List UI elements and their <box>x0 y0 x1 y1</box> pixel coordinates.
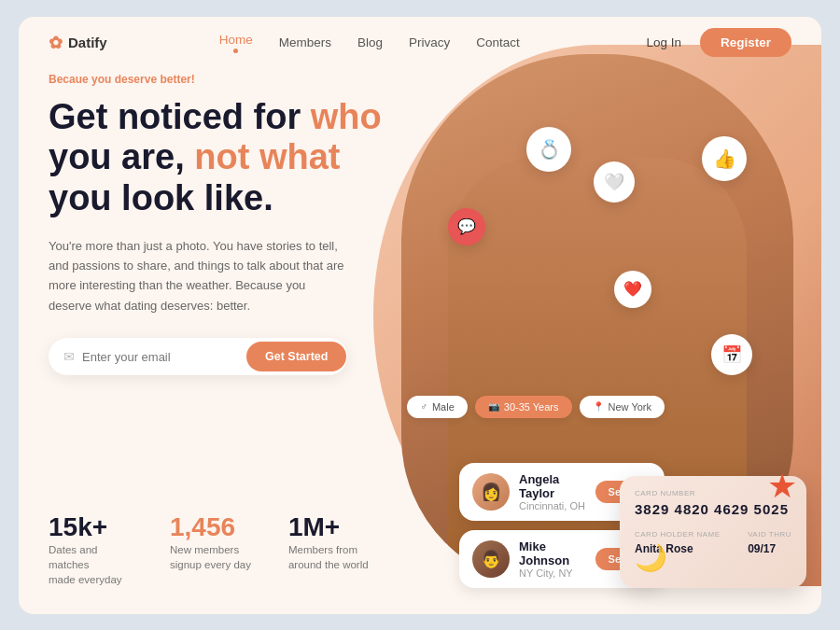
card-valid-label: VAID THRU <box>748 530 791 539</box>
email-input[interactable] <box>82 350 239 364</box>
member-info-1: Mike Johnson NY City, NY <box>519 539 586 579</box>
member-name-0: Angela Taylor <box>519 472 586 500</box>
card-valid-section: VAID THRU 09/17 <box>748 530 791 555</box>
gender-icon: ♂ <box>420 401 427 412</box>
heart-small-icon: ❤️ <box>614 271 651 308</box>
stat-dates: 15k+ Dates and matchesmade everyday <box>49 512 133 587</box>
logo[interactable]: ✿ Datify <box>49 33 107 53</box>
stat-members: 1,456 New memberssignup every day <box>170 512 251 587</box>
stat-worldwide-number: 1M+ <box>288 512 369 542</box>
nav-right: Log In Register <box>646 28 791 57</box>
stat-dates-label: Dates and matchesmade everyday <box>49 542 133 587</box>
headline-highlight1: who <box>311 97 382 136</box>
filter-location[interactable]: 📍 New York <box>580 396 665 418</box>
logo-icon: ✿ <box>49 33 63 53</box>
register-button[interactable]: Register <box>700 28 791 57</box>
heart-outline-icon: 🤍 <box>594 161 635 203</box>
chat-icon: 💬 <box>448 208 485 245</box>
member-name-1: Mike Johnson <box>519 539 586 567</box>
age-icon: 📷 <box>488 401 499 412</box>
nav-contact[interactable]: Contact <box>476 35 520 49</box>
stat-worldwide: 1M+ Members fromaround the world <box>288 512 369 587</box>
headline-line1: Get noticed for who <box>49 97 382 136</box>
ring-icon: 💍 <box>526 127 571 172</box>
stat-worldwide-label: Members fromaround the world <box>288 542 369 572</box>
credit-card: ★ 🌙 CARD NUMBER 3829 4820 4629 5025 CARD… <box>620 476 806 588</box>
tagline: Becaue you deserve better! <box>49 73 422 86</box>
member-location-0: Cincinnati, OH <box>519 500 586 511</box>
thumbup-icon: 👍 <box>702 136 747 181</box>
headline-highlight2: not what <box>194 137 340 176</box>
stat-members-number: 1,456 <box>170 512 251 542</box>
stat-members-label: New memberssignup every day <box>170 542 251 572</box>
member-avatar-0: 👩 <box>472 473 510 511</box>
stats-bar: 15k+ Dates and matchesmade everyday 1,45… <box>49 512 369 587</box>
filter-bar: ♂ Male 📷 30-35 Years 📍 New York <box>407 396 665 418</box>
filter-age[interactable]: 📷 30-35 Years <box>475 396 572 418</box>
brand-name: Datify <box>68 35 107 50</box>
email-icon: ✉ <box>63 349 75 364</box>
filter-gender[interactable]: ♂ Male <box>407 396 467 418</box>
hero-subtext: You're more than just a photo. You have … <box>49 236 347 316</box>
filter-age-label: 30-35 Years <box>504 401 559 413</box>
member-location-1: NY City, NY <box>519 567 586 579</box>
member-info-0: Angela Taylor Cincinnati, OH <box>519 472 586 511</box>
card-valid-thru: 09/17 <box>748 542 791 555</box>
get-started-button[interactable]: Get Started <box>246 342 346 371</box>
filter-gender-label: Male <box>432 401 455 413</box>
member-avatar-1: 👨 <box>472 540 510 578</box>
login-button[interactable]: Log In <box>646 35 681 49</box>
headline: Get noticed for who you are, not what yo… <box>49 97 422 219</box>
hero-content: Becaue you deserve better! Get noticed f… <box>49 73 422 376</box>
email-form: ✉ Get Started <box>49 338 347 375</box>
stat-dates-number: 15k+ <box>49 512 133 542</box>
calendar-icon: 📅 <box>711 334 752 375</box>
filter-location-label: New York <box>609 401 651 413</box>
card-star-icon: ★ <box>767 467 797 506</box>
headline-line2: you are, not what <box>49 137 341 176</box>
nav-blog[interactable]: Blog <box>357 35 383 49</box>
nav-privacy[interactable]: Privacy <box>409 35 450 49</box>
card-holder-label: CARD HOLDER NAME <box>635 530 721 539</box>
nav-home[interactable]: Home <box>219 33 253 53</box>
navbar: ✿ Datify Home Members Blog Privacy Conta… <box>19 17 821 69</box>
nav-links: Home Members Blog Privacy Contact <box>219 33 520 53</box>
card-moon-icon: 🌙 <box>635 542 667 573</box>
nav-members[interactable]: Members <box>279 35 331 49</box>
headline-line3: you look like. <box>49 178 273 217</box>
location-icon: 📍 <box>593 401 604 412</box>
